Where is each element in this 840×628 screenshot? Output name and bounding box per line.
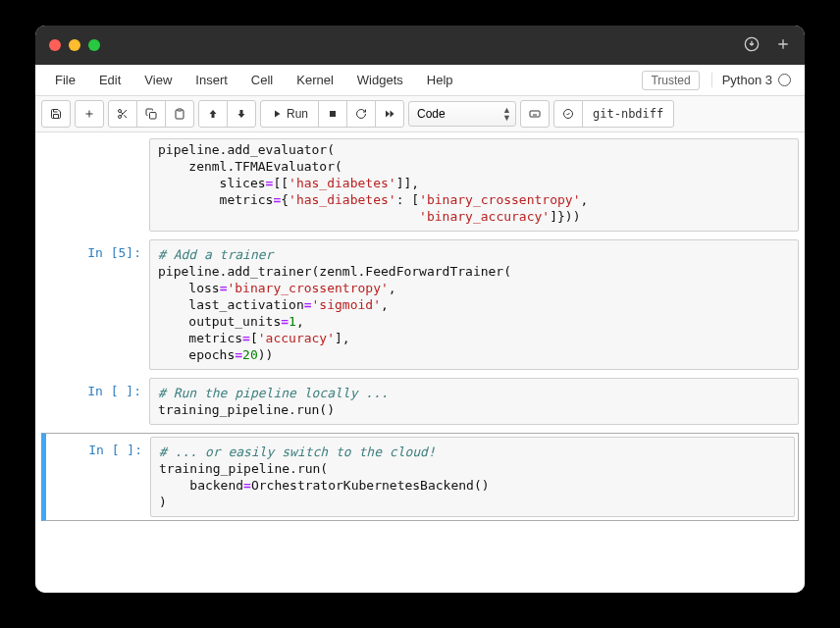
code-cell[interactable]: In [5]:# Add a trainer pipeline.add_trai…	[41, 237, 799, 372]
code-cell-selected[interactable]: In [ ]:# ... or easily switch to the clo…	[41, 433, 799, 521]
menu-kernel[interactable]: Kernel	[285, 67, 345, 93]
code-input[interactable]: # Run the pipeline locally ... training_…	[149, 378, 799, 425]
code-content[interactable]: # ... or easily switch to the cloud! tra…	[159, 444, 786, 510]
cell-type-select[interactable]: Code ▲▼	[408, 101, 516, 127]
svg-rect-8	[330, 111, 336, 117]
menu-help[interactable]: Help	[415, 67, 465, 93]
trusted-badge[interactable]: Trusted	[642, 71, 699, 90]
code-cell[interactable]: pipeline.add_evaluator( zenml.TFMAEvalua…	[41, 136, 799, 234]
menu-insert[interactable]: Insert	[184, 67, 239, 93]
menu-widgets[interactable]: Widgets	[345, 67, 415, 93]
window-controls	[49, 39, 100, 51]
download-icon[interactable]	[744, 36, 760, 55]
input-prompt	[41, 138, 149, 232]
maximize-window-button[interactable]	[88, 39, 100, 51]
code-input[interactable]: # Add a trainer pipeline.add_trainer(zen…	[149, 239, 799, 370]
notebook-area[interactable]: pipeline.add_evaluator( zenml.TFMAEvalua…	[35, 132, 805, 593]
input-prompt: In [ ]:	[41, 378, 149, 425]
code-input[interactable]: pipeline.add_evaluator( zenml.TFMAEvalua…	[149, 138, 799, 232]
nbdiff-button[interactable]: git-nbdiff	[583, 101, 673, 127]
cell-type-value: Code	[417, 107, 446, 121]
restart-run-all-button[interactable]	[376, 101, 403, 127]
toolbar: Run Code ▲▼ git-nbdiff	[35, 96, 805, 132]
app-window: File Edit View Insert Cell Kernel Widget…	[35, 26, 805, 593]
svg-rect-7	[178, 109, 182, 111]
svg-line-5	[121, 112, 123, 114]
kernel-status-icon	[778, 74, 791, 86]
paste-button[interactable]	[166, 101, 193, 127]
add-cell-button[interactable]	[76, 101, 103, 127]
code-content[interactable]: # Add a trainer pipeline.add_trainer(zen…	[158, 246, 790, 363]
menu-cell[interactable]: Cell	[239, 67, 285, 93]
move-up-button[interactable]	[199, 101, 228, 127]
interrupt-button[interactable]	[319, 101, 347, 127]
code-content[interactable]: pipeline.add_evaluator( zenml.TFMAEvalua…	[158, 141, 790, 225]
kernel-name: Python 3	[722, 73, 772, 87]
cut-button[interactable]	[109, 101, 137, 127]
plus-icon[interactable]	[775, 36, 791, 55]
code-input[interactable]: # ... or easily switch to the cloud! tra…	[150, 437, 795, 517]
menubar: File Edit View Insert Cell Kernel Widget…	[35, 65, 805, 96]
svg-line-4	[124, 115, 127, 118]
menu-file[interactable]: File	[43, 67, 87, 93]
svg-point-2	[119, 116, 122, 119]
minimize-window-button[interactable]	[69, 39, 80, 51]
svg-point-1	[119, 110, 122, 113]
command-palette-button[interactable]	[521, 101, 549, 127]
run-label: Run	[287, 107, 308, 121]
menu-edit[interactable]: Edit	[87, 67, 132, 93]
titlebar	[35, 26, 805, 65]
run-button[interactable]: Run	[261, 101, 319, 127]
chevron-updown-icon: ▲▼	[502, 106, 511, 122]
svg-rect-9	[530, 111, 540, 117]
svg-rect-6	[150, 113, 157, 120]
code-content[interactable]: # Run the pipeline locally ... training_…	[158, 385, 790, 418]
code-cell[interactable]: In [ ]:# Run the pipeline locally ... tr…	[41, 376, 799, 427]
nbdiff-status-button[interactable]	[554, 101, 583, 127]
copy-button[interactable]	[137, 101, 166, 127]
kernel-indicator[interactable]: Python 3	[711, 73, 797, 87]
input-prompt: In [5]:	[41, 239, 149, 370]
input-prompt: In [ ]:	[49, 437, 150, 517]
close-window-button[interactable]	[49, 39, 61, 51]
save-button[interactable]	[42, 101, 70, 127]
move-down-button[interactable]	[228, 101, 255, 127]
restart-button[interactable]	[347, 101, 376, 127]
menu-view[interactable]: View	[132, 67, 184, 93]
